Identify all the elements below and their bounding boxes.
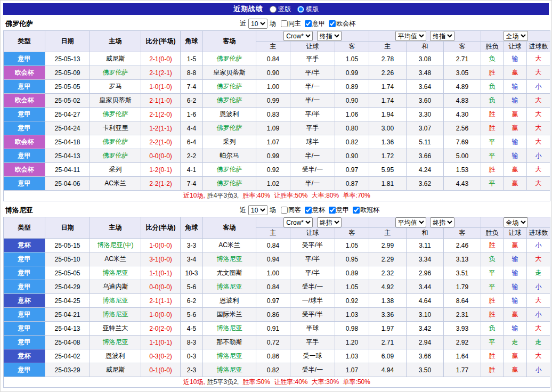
asian-home-odds-cell: 1.02: [256, 177, 290, 191]
corner-cell: 6-4: [181, 135, 203, 149]
home-team-cell: 博洛尼亚: [90, 294, 141, 308]
vertical-layout-radio[interactable]: [270, 6, 277, 13]
col-date: 日期: [45, 217, 90, 239]
result-cell: 胜: [481, 308, 504, 322]
euro-away-odds-cell: 3.51: [444, 266, 481, 280]
euro-odds-select-cell: 平均值 终指: [369, 217, 481, 228]
filter-checkbox-2[interactable]: 意甲: [329, 206, 349, 215]
euro-home-odds-cell: 2.99: [369, 239, 407, 252]
date-cell: 25-05-05: [45, 266, 90, 280]
asian-home-odds-cell: 0.99: [256, 94, 290, 108]
scope-select[interactable]: 全场: [504, 31, 528, 41]
score-cell: 2-1(2-1): [141, 66, 181, 80]
asian-away-odds-cell: 0.87: [335, 177, 369, 191]
date-cell: 25-04-13: [45, 149, 90, 163]
league-badge-cell: 意甲: [4, 308, 45, 322]
euro-away-odds-cell: 3.05: [444, 66, 481, 80]
col-ah-away: 客: [335, 42, 369, 52]
goals-result-cell: 大: [527, 322, 550, 336]
asian-odds-time-select[interactable]: 终指: [317, 217, 342, 227]
euro-home-odds-cell: 1.94: [369, 108, 407, 121]
euro-away-odds-cell: 3.93: [444, 322, 481, 336]
asian-home-odds-cell: 0.97: [256, 294, 290, 308]
euro-draw-odds-cell: 2.96: [407, 266, 444, 280]
filter-checkbox-input-1[interactable]: [305, 20, 312, 27]
filter-checkbox-0[interactable]: 同客: [281, 206, 301, 215]
result-cell: 负: [481, 252, 504, 266]
euro-draw-odds-cell: 3.48: [407, 66, 444, 80]
filter-checkbox-1[interactable]: 意甲: [305, 19, 325, 28]
euro-odds-time-select[interactable]: 终指: [430, 217, 454, 227]
scope-select[interactable]: 全场: [504, 217, 528, 227]
result-cell: 胜: [481, 349, 504, 363]
asian-odds-time-select[interactable]: 终指: [317, 31, 342, 41]
euro-home-odds-cell: 2.71: [369, 336, 407, 349]
filter-checkbox-2[interactable]: 欧会杯: [329, 19, 355, 28]
asian-odds-source-select[interactable]: Crow*: [283, 217, 313, 227]
euro-home-odds-cell: 1.74: [369, 94, 407, 108]
filter-checkbox-input-0[interactable]: [281, 20, 288, 27]
league-badge-cell: 意甲: [4, 336, 45, 349]
recent-count-select[interactable]: 10: [248, 19, 267, 29]
filter-checkbox-3[interactable]: 欧冠杯: [353, 206, 379, 215]
euro-away-odds-cell: 7.69: [444, 135, 481, 149]
col-eu-draw: 和: [407, 228, 444, 239]
away-team-cell: 佛罗伦萨: [203, 177, 256, 191]
asian-away-odds-cell: 0.82: [335, 135, 369, 149]
asian-home-odds-cell: 1.09: [256, 121, 290, 135]
asian-away-odds-cell: 1.03: [335, 308, 369, 322]
asian-away-odds-cell: 0.99: [335, 66, 369, 80]
layout-option-vertical[interactable]: 竖版: [270, 5, 291, 14]
asian-home-odds-cell: 0.84: [256, 239, 290, 252]
col-handicap: 让球: [504, 228, 527, 239]
scope-select-cell: 全场: [481, 31, 550, 42]
result-cell: 胜: [481, 363, 504, 377]
filter-checkbox-0[interactable]: 同主: [281, 19, 301, 28]
asian-home-odds-cell: 0.86: [256, 349, 290, 363]
horizontal-layout-radio[interactable]: [297, 6, 304, 13]
recent-results-panel: 近期战绩 竖版 横版 佛罗伦萨 近 10 场 同主意甲欧会杯: [0, 0, 552, 392]
league-badge-cell: 欧会杯: [4, 66, 45, 80]
corner-cell: 7-4: [181, 177, 203, 191]
asian-odds-source-select[interactable]: Crow*: [283, 31, 313, 41]
recent-count-select[interactable]: 10: [248, 205, 267, 215]
filter-checkbox-input-1[interactable]: [305, 207, 312, 214]
filter-checkbox-input-0[interactable]: [281, 207, 288, 214]
layout-option-horizontal[interactable]: 横版: [297, 5, 319, 14]
euro-draw-odds-cell: 3.66: [407, 149, 444, 163]
date-cell: 25-05-15: [45, 239, 90, 252]
asian-away-odds-cell: 0.80: [335, 121, 369, 135]
corner-cell: 0-3: [181, 349, 203, 363]
filter-checkbox-input-2[interactable]: [329, 20, 336, 27]
asian-home-odds-cell: 0.94: [256, 252, 290, 266]
filter-checkbox-label: 同主: [288, 19, 301, 28]
euro-odds-source-select[interactable]: 平均值: [395, 31, 426, 41]
asian-home-odds-cell: 0.99: [256, 149, 290, 163]
col-score: 比分(半场): [141, 217, 181, 239]
goals-result-cell: 大: [527, 349, 550, 363]
home-team-cell: 佛罗伦萨: [90, 66, 141, 80]
euro-odds-time-select[interactable]: 终指: [430, 31, 454, 41]
euro-home-odds-cell: 2.32: [369, 266, 407, 280]
filter-checkbox-input-2[interactable]: [329, 207, 336, 214]
corner-cell: 3-3: [181, 239, 203, 252]
league-badge-cell: 意甲: [4, 149, 45, 163]
filter-checkbox-1[interactable]: 意杯: [305, 206, 325, 215]
euro-home-odds-cell: 1.72: [369, 149, 407, 163]
euro-odds-source-select[interactable]: 平均值: [395, 217, 426, 227]
match-row: 意甲25-04-29乌迪内斯0-0(0-0)5-6博洛尼亚0.84受半/一1.0…: [4, 280, 550, 294]
away-team-cell: 博洛尼亚: [203, 252, 256, 266]
home-team-cell: 佛罗伦萨: [90, 135, 141, 149]
filter-checkbox-label: 意甲: [336, 206, 349, 215]
handicap-result-cell: 赢: [504, 308, 527, 322]
away-team-cell: 帕尔马: [203, 149, 256, 163]
asian-handicap-cell: 平/半: [290, 108, 335, 121]
filter-checkbox-input-3[interactable]: [353, 207, 360, 214]
asian-home-odds-cell: 0.83: [256, 108, 290, 121]
vertical-layout-label: 竖版: [278, 5, 291, 14]
score-cell: 2-2(1-0): [141, 135, 181, 149]
score-cell: 1-0(0-0): [141, 239, 181, 252]
match-row: 意甲25-05-05博洛尼亚1-1(0-1)10-3尤文图斯1.00平/半0.8…: [4, 266, 550, 280]
result-cell: 负: [481, 80, 504, 94]
asian-handicap-cell: 平手: [290, 121, 335, 135]
